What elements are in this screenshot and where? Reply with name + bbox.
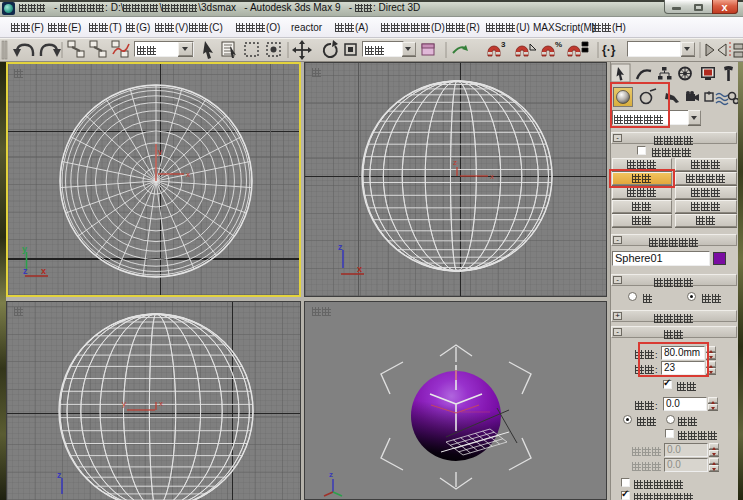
svg-text:y: y	[22, 244, 27, 254]
svg-text:x: x	[490, 172, 494, 181]
svg-text:{·}: {·}	[602, 43, 616, 57]
svg-text:x: x	[186, 170, 190, 179]
svg-text:z: z	[57, 470, 62, 480]
svg-text:3: 3	[501, 40, 506, 49]
svg-text:x: x	[41, 266, 46, 276]
svg-text:y: y	[158, 147, 162, 156]
svg-text:x: x	[357, 264, 362, 274]
svg-text:z: z	[23, 266, 28, 276]
svg-text:%: %	[555, 40, 562, 49]
svg-text:y: y	[122, 399, 126, 408]
svg-text:z: z	[329, 470, 333, 479]
svg-text:x: x	[159, 399, 163, 408]
svg-text:z: z	[338, 242, 343, 252]
svg-text:z: z	[453, 158, 457, 167]
